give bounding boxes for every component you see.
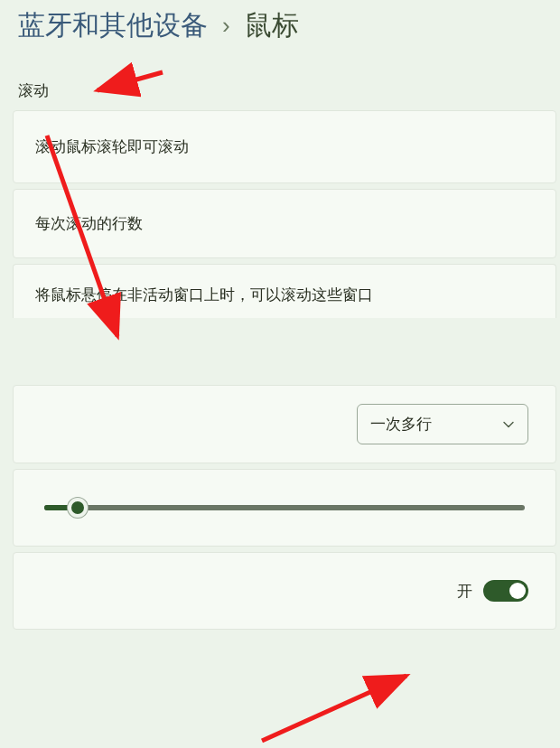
row-slider-container [13, 469, 556, 547]
row-scroll-wheel-label: 滚动鼠标滚轮即可滚动 [35, 138, 189, 155]
breadcrumb-separator: › [222, 12, 230, 40]
slider-track [44, 505, 525, 510]
toggle-knob [509, 583, 526, 599]
scroll-mode-dropdown[interactable]: 一次多行 [357, 404, 528, 444]
toggle-label: 开 [457, 581, 472, 602]
arrow-to-toggle [262, 676, 406, 741]
row-hover-inactive-label: 将鼠标悬停在非活动窗口上时，可以滚动这些窗口 [35, 286, 373, 304]
settings-cards-bottom: 一次多行 开 [0, 331, 560, 630]
dropdown-selected-label: 一次多行 [370, 414, 432, 435]
settings-cards-top: 滚动鼠标滚轮即可滚动 每次滚动的行数 将鼠标悬停在非活动窗口上时，可以滚动这些窗… [0, 110, 560, 318]
row-scroll-wheel[interactable]: 滚动鼠标滚轮即可滚动 [13, 110, 556, 183]
row-dropdown-container: 一次多行 [13, 385, 556, 463]
breadcrumb-current: 鼠标 [245, 7, 299, 44]
slider-thumb[interactable] [68, 498, 88, 518]
row-toggle-container: 开 [13, 552, 556, 630]
lines-slider[interactable] [41, 500, 528, 516]
breadcrumb-parent[interactable]: 蓝牙和其他设备 [18, 7, 208, 44]
chevron-down-icon [502, 418, 515, 431]
breadcrumb: 蓝牙和其他设备 › 鼠标 [0, 0, 560, 62]
row-lines-per-scroll[interactable]: 每次滚动的行数 [13, 189, 556, 258]
hover-scroll-toggle[interactable] [483, 580, 528, 602]
row-lines-per-scroll-label: 每次滚动的行数 [35, 215, 143, 232]
row-hover-inactive[interactable]: 将鼠标悬停在非活动窗口上时，可以滚动这些窗口 [13, 264, 556, 318]
section-title-scroll: 滚动 [0, 62, 560, 110]
